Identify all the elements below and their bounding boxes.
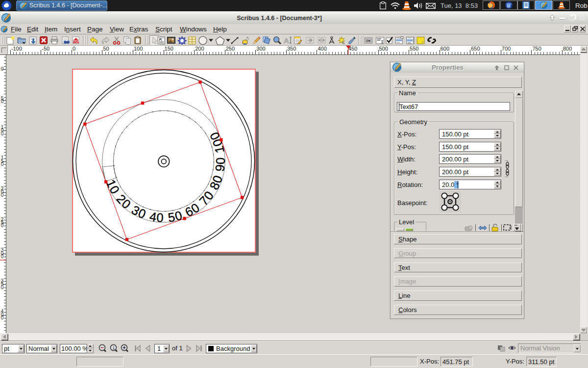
svg-text:A: A <box>159 37 162 42</box>
svg-text:A: A <box>284 36 289 45</box>
svg-text:PDF: PDF <box>74 40 80 43</box>
svg-text:1: 1 <box>112 345 115 350</box>
svg-text:OK: OK <box>367 39 371 42</box>
svg-text:10 20 30 40 50 60 70 80 90 100: 10 20 30 40 50 60 70 80 90 100 <box>104 130 227 225</box>
